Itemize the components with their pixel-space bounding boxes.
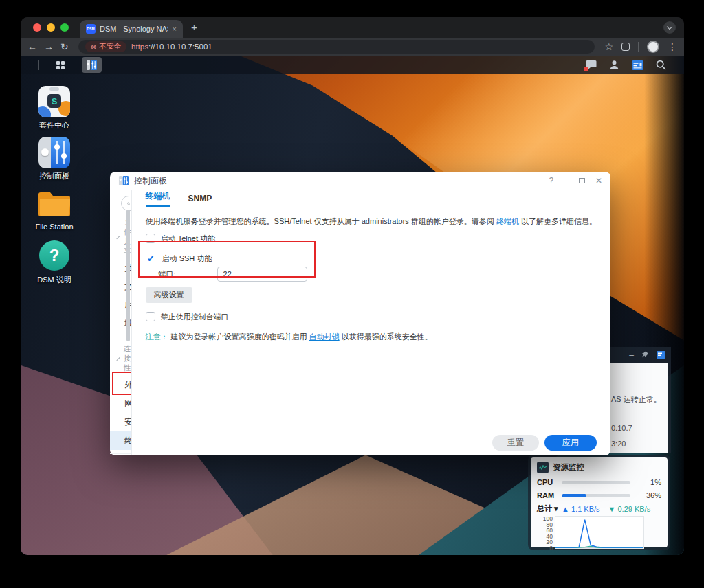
tab-terminal[interactable]: 终端机	[146, 190, 170, 207]
desktop-icon-package-center[interactable]: S 套件中心	[30, 86, 79, 131]
control-panel-mini-icon	[118, 175, 129, 186]
cpu-bar	[562, 481, 630, 484]
profile-avatar[interactable]	[647, 41, 659, 53]
forward-button[interactable]: →	[44, 42, 54, 52]
window-title-bar[interactable]: 控制面板 ? – ✕	[110, 172, 610, 190]
window-minimize-button[interactable]: –	[564, 176, 569, 185]
widget-panel-toggle-icon[interactable]	[657, 351, 666, 359]
resource-monitor-icon	[537, 462, 549, 473]
widget-panel-icon	[632, 60, 644, 70]
health-ip-text: 0.10.7	[611, 424, 632, 432]
widget-minimize-button[interactable]: –	[629, 350, 634, 360]
system-health-widget: – AS 运转正常。 0.10.7 3:20	[609, 347, 671, 453]
sidebar-item-external-access[interactable]: 外部访问	[110, 376, 131, 394]
sidebar-item-security[interactable]: 安全性	[110, 413, 131, 431]
chart-y-axis: 100806040200	[537, 516, 555, 549]
telnet-checkbox-row[interactable]: 启动 Telnet 功能	[146, 233, 597, 244]
traffic-light-minimize[interactable]	[47, 23, 55, 32]
console-checkbox-row[interactable]: 禁止使用控制台端口	[146, 311, 597, 322]
not-secure-badge[interactable]: ⊗ 不安全	[85, 41, 126, 52]
desktop-icon-dsm-help[interactable]: ? DSM 说明	[30, 240, 79, 285]
browser-menu-button[interactable]: ⋮	[668, 42, 677, 52]
advanced-settings-button[interactable]: 高级设置	[146, 287, 192, 303]
main-menu-button[interactable]	[47, 56, 74, 74]
telnet-checkbox[interactable]	[146, 234, 155, 243]
auto-block-link[interactable]: 自动封锁	[309, 332, 340, 341]
control-panel-window: 控制面板 ? – ✕ 文件共享	[110, 172, 610, 455]
folder-icon	[38, 188, 70, 217]
chart-tick-label: 0	[549, 545, 553, 552]
user-menu-button[interactable]	[609, 60, 619, 70]
dsm-desktop: S 套件中心 控制面板 File Station ? DSM 说明 – AS	[21, 56, 684, 555]
reload-button[interactable]: ↻	[60, 42, 69, 52]
desktop-icon-label: 控制面板	[30, 171, 79, 181]
sidebar-item-label: 终端机和 SNMP	[124, 435, 132, 446]
control-panel-content: 终端机 SNMP 使用终端机服务登录并管理您的系统。SSH/Telnet 仅支持…	[132, 190, 610, 455]
desktop-icon-label: 套件中心	[30, 120, 79, 131]
traffic-light-close[interactable]	[33, 23, 41, 32]
ram-label: RAM	[537, 491, 562, 499]
widgets-button[interactable]	[632, 60, 644, 70]
caret-down-icon: ▾	[554, 504, 558, 512]
browser-tab-strip: DSM DSM - Synology NAS × +	[21, 17, 684, 38]
port-label: 端口:	[159, 269, 217, 280]
section-system[interactable]: 系统	[110, 454, 131, 455]
chart-plot-area	[555, 516, 644, 549]
traffic-light-maximize[interactable]	[60, 23, 69, 32]
desktop-icon-control-panel[interactable]: 控制面板	[30, 137, 79, 181]
desktop-icon-file-station[interactable]: File Station	[30, 188, 79, 231]
terminal-link[interactable]: 终端机	[496, 217, 519, 225]
url-text: https://10.10.10.7:5001	[131, 43, 212, 51]
search-button[interactable]	[656, 60, 666, 70]
ssh-label: 启动 SSH 功能	[162, 253, 212, 264]
dsm-favicon-icon: DSM	[86, 24, 96, 34]
control-panel-mini-icon	[87, 59, 97, 71]
ssh-checkbox-checked[interactable]: ✓	[146, 253, 157, 263]
chevron-up-icon	[116, 236, 120, 239]
window-maximize-button[interactable]	[579, 178, 585, 183]
reset-button[interactable]: 重置	[492, 435, 539, 451]
section-connectivity[interactable]: 连接性	[110, 337, 131, 376]
note-label: 注意：	[146, 332, 168, 341]
bookmark-star-icon[interactable]: ☆	[604, 42, 613, 52]
console-checkbox[interactable]	[146, 312, 155, 321]
new-tab-button[interactable]: +	[191, 21, 197, 33]
back-button[interactable]: ←	[28, 42, 37, 52]
window-title: 控制面板	[134, 175, 167, 187]
sidebar-search-box[interactable]	[121, 196, 132, 211]
control-panel-icon	[38, 137, 70, 168]
health-uptime-text: 3:20	[611, 440, 626, 448]
console-label: 禁止使用控制台端口	[161, 312, 229, 322]
tab-snmp[interactable]: SNMP	[188, 194, 212, 207]
chevron-down-icon	[667, 23, 672, 29]
resource-monitor-widget: 资源监控 CPU 1% RAM 36% 总计 ▾ ▲ 1.1 KB/s ▼ 0	[528, 455, 670, 550]
window-help-button[interactable]: ?	[549, 176, 554, 185]
browser-tab[interactable]: DSM DSM - Synology NAS ×	[80, 20, 183, 38]
url-rest: ://10.10.10.7:5001	[148, 43, 212, 51]
widget-header: –	[609, 347, 671, 363]
tab-search-button[interactable]	[663, 21, 676, 34]
desktop-icon-label: DSM 说明	[30, 275, 79, 285]
pin-icon[interactable]	[641, 351, 649, 359]
total-dropdown[interactable]: 总计 ▾	[537, 504, 562, 514]
taskbar-divider	[38, 60, 39, 70]
window-close-button[interactable]: ✕	[595, 176, 602, 185]
address-bar[interactable]: ⊗ 不安全 https://10.10.10.7:5001	[78, 40, 595, 54]
ssh-checkbox-row[interactable]: ✓ 启动 SSH 功能	[146, 253, 597, 264]
control-panel-sidebar: 文件共享 共享文件夹 文件服务 用户与群组 域	[110, 190, 132, 455]
sidebar-scrollbar[interactable]	[126, 210, 130, 341]
intro-text: 使用终端机服务登录并管理您的系统。SSH/Telnet 仅支持从属于 admin…	[146, 216, 597, 227]
port-input[interactable]	[217, 267, 307, 282]
extensions-icon[interactable]	[622, 43, 630, 51]
sidebar-item-network[interactable]: 网络	[110, 394, 131, 413]
browser-window: DSM DSM - Synology NAS × + ← → ↻ ⊗ 不安全 h…	[21, 17, 684, 555]
apply-button[interactable]: 应用	[544, 435, 597, 451]
desktop-icon-label: File Station	[30, 223, 79, 231]
sidebar-item-terminal-snmp[interactable]: 终端机和 SNMP	[110, 431, 131, 450]
tab-close-icon[interactable]: ×	[173, 25, 177, 33]
app-grid-icon	[56, 60, 65, 70]
search-icon	[127, 200, 130, 207]
notifications-button[interactable]	[586, 60, 597, 70]
taskbar-control-panel-button[interactable]	[82, 57, 102, 73]
note-text: 注意：建议为登录帐户设置高强度的密码并启用 自动封锁 以获得最强的系统安全性。	[146, 332, 597, 342]
